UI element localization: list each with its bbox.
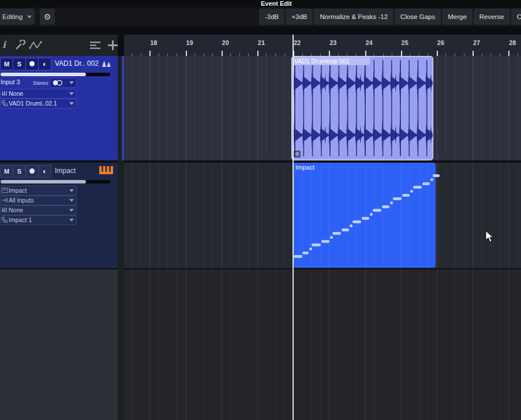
midi-note	[312, 243, 321, 246]
midi-note	[410, 190, 413, 193]
monitor-button[interactable]: ◐	[38, 165, 51, 178]
mute-button[interactable]: M	[0, 165, 13, 178]
midi-note	[362, 217, 369, 220]
event-edit-button-reverse[interactable]: Reverse	[474, 9, 510, 25]
ruler-bar-number: 26	[434, 39, 448, 46]
event-edit-button-cut-to-cursor[interactable]: Cut to Cursor	[511, 9, 521, 25]
event-edit-button--3db[interactable]: -3dB	[259, 9, 284, 25]
gridline	[508, 163, 509, 268]
gridline	[141, 163, 141, 268]
track-header-audio[interactable]: M S ◐ VAD1 Dr.. 002 Input 3 Stereo None	[0, 56, 118, 160]
chevron-down-icon	[69, 92, 74, 95]
mute-button[interactable]: M	[0, 58, 13, 70]
wrench-icon[interactable]	[15, 40, 25, 50]
routing-icon	[2, 217, 8, 223]
gridline	[177, 163, 177, 268]
stereo-config-dropdown[interactable]	[50, 78, 77, 88]
track-lane-audio[interactable]: VAD1 Drumloop 002 ⚙	[124, 56, 521, 160]
track-lane-instrument[interactable]: Impact	[124, 163, 521, 268]
timeline-ruler[interactable]: 1819202122232425262728	[124, 35, 521, 56]
chevron-down-icon	[69, 189, 74, 192]
record-enable-button[interactable]	[25, 58, 39, 70]
chevron-down-icon	[69, 81, 74, 84]
gridline	[177, 56, 177, 160]
gridline	[204, 269, 204, 420]
gridline	[500, 269, 500, 420]
gridline	[464, 269, 464, 420]
audio-track-icon	[102, 60, 113, 68]
sends-dropdown[interactable]: None	[0, 89, 77, 99]
event-edit-button-close-gaps[interactable]: Close Gaps	[395, 9, 441, 25]
track-name[interactable]: Impact	[55, 167, 76, 175]
chevron-down-icon	[69, 199, 74, 202]
editing-preset-dropdown[interactable]: Editing	[0, 9, 35, 25]
ruler-bar-number: 19	[183, 39, 197, 46]
ruler-bar-tick	[365, 51, 366, 56]
gridline	[266, 269, 267, 420]
event-edit-button-merge[interactable]: Merge	[442, 9, 473, 25]
volume-slider[interactable]	[1, 73, 110, 76]
chevron-down-icon	[27, 16, 32, 18]
track-name[interactable]: VAD1 Dr.. 002	[55, 59, 99, 68]
record-enable-button[interactable]	[25, 165, 39, 178]
gridline	[159, 56, 159, 160]
gridline	[149, 269, 150, 420]
solo-button[interactable]: S	[13, 165, 26, 178]
editing-preset-label: Editing	[2, 13, 23, 20]
gridline	[204, 163, 204, 268]
empty-lane-area[interactable]	[124, 269, 521, 420]
monitor-icon: ◐	[43, 167, 47, 175]
sends-dropdown[interactable]: None	[0, 205, 77, 215]
event-gear-icon[interactable]: ⚙	[294, 151, 301, 158]
instrument-dropdown[interactable]: Impact	[0, 186, 77, 196]
toolbar-setup-button[interactable]: ⚙	[40, 9, 55, 25]
gridline	[141, 56, 141, 160]
input-dropdown[interactable]: All Inputs	[0, 196, 77, 205]
gridline	[159, 163, 159, 268]
monitor-icon: ◐	[43, 60, 47, 68]
event-edit-button--3db[interactable]: +3dB	[286, 9, 313, 25]
gridline	[132, 269, 132, 420]
gridline	[518, 56, 518, 160]
gridline	[347, 269, 347, 420]
output-dropdown[interactable]: Impact 1	[0, 215, 77, 225]
monitor-button[interactable]: ◐	[38, 58, 51, 70]
add-track-icon[interactable]	[107, 40, 118, 51]
ruler-bar-number: 27	[470, 39, 483, 46]
ruler-bar-tick	[329, 51, 330, 56]
gridline	[482, 269, 482, 420]
gridline	[239, 163, 240, 268]
midi-note	[422, 182, 430, 185]
stereo-circles-icon	[52, 80, 63, 86]
event-edit-toolbar: Editing ⚙ -3dB+3dBNormalize & Peaks -12C…	[0, 7, 521, 27]
track-header-instrument[interactable]: M S ◐ Impact Impact All	[0, 163, 118, 268]
gridline	[392, 163, 392, 268]
info-icon[interactable]: i	[2, 39, 6, 50]
gridline	[445, 163, 446, 268]
ruler-bar-tick	[473, 51, 474, 56]
routing-icon	[2, 100, 8, 106]
solo-button[interactable]: S	[13, 58, 26, 70]
record-icon	[29, 168, 35, 174]
gridline	[338, 163, 339, 268]
gridline	[257, 56, 258, 160]
gridline	[177, 269, 177, 420]
midi-event[interactable]: Impact	[293, 163, 436, 268]
empty-track-list-area	[0, 269, 118, 420]
ruler-bar-tick	[222, 51, 223, 56]
event-edit-button-normalize-peaks-12[interactable]: Normalize & Peaks -12	[314, 9, 393, 25]
midi-note	[370, 213, 373, 216]
output-routing-dropdown[interactable]: VAD1 Druml..02.1	[0, 99, 77, 108]
audio-event-name: VAD1 Drumloop 002	[293, 57, 370, 65]
gridline	[410, 163, 410, 268]
midi-note	[342, 228, 349, 231]
volume-slider[interactable]	[1, 180, 110, 183]
gridline	[365, 163, 366, 268]
track-controls-icon[interactable]	[90, 42, 102, 50]
midi-note	[413, 186, 422, 189]
automation-curve-icon[interactable]	[29, 40, 43, 50]
audio-event[interactable]: VAD1 Drumloop 002 ⚙	[291, 56, 433, 160]
gridline	[473, 56, 473, 160]
gridline	[445, 269, 446, 420]
selected-track-indicator	[122, 56, 124, 160]
